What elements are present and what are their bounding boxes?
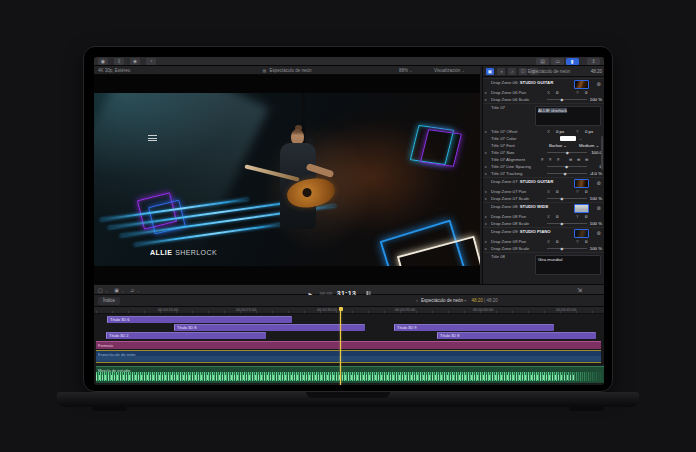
timeline-clip[interactable]: Título 3D 9 xyxy=(394,324,554,331)
slider-knob[interactable]: ◆ xyxy=(560,247,564,251)
font-family-menu[interactable]: Barlow ⌄ xyxy=(549,143,567,148)
disclosure-icon[interactable]: ▸ xyxy=(485,150,487,155)
disclosure-icon[interactable]: ▸ xyxy=(485,129,487,134)
disclosure-icon[interactable]: ▸ xyxy=(485,171,487,176)
slider-track[interactable]: ◆ xyxy=(547,173,587,174)
inspector-toggle-button[interactable]: ▮ xyxy=(566,58,579,65)
macbook-foot xyxy=(92,407,126,411)
disclosure-icon[interactable]: ▸ xyxy=(485,214,487,219)
clear-dropzone-icon[interactable]: ⊗ xyxy=(596,230,601,236)
distort-tool-button[interactable]: ▱ ⌄ xyxy=(130,287,139,294)
desktop-background: ◉⇩◈◔ ▤▭▮↥ 4K 30p, Estéreo ▦ Espectáculo … xyxy=(0,0,696,452)
viewer-canvas[interactable]: ALLIESHERLOCK xyxy=(94,75,480,284)
crop-tool-button[interactable]: ▣ ⌄ xyxy=(114,287,124,294)
y-value[interactable]: 0 xyxy=(585,90,587,95)
timeline-clip[interactable]: Título 3D 2 xyxy=(106,332,266,339)
slider-value[interactable]: 100 % xyxy=(590,97,602,102)
disclosure-icon[interactable]: ▸ xyxy=(485,90,487,95)
share-button[interactable]: ↥ xyxy=(587,58,600,65)
slider-knob[interactable]: ◆ xyxy=(560,197,564,201)
keyword-editor-icon[interactable]: ◈ xyxy=(130,58,140,65)
disclosure-icon[interactable]: ▸ xyxy=(485,189,487,194)
y-value[interactable]: 0 px xyxy=(585,129,593,134)
slider-knob[interactable]: ◆ xyxy=(565,165,569,169)
text-align-icon[interactable]: ≡ xyxy=(549,157,552,162)
slider-knob[interactable]: ◆ xyxy=(566,151,570,155)
slider-track[interactable]: ◆ xyxy=(547,223,587,224)
slider-value[interactable]: 100 % xyxy=(590,221,602,226)
viewer-zoom-menu[interactable]: 88% ⌄ xyxy=(399,66,413,75)
inspector-panel: ▣◑♪ⓘ↥ Espectáculo de neón 48:20 Drop Zon… xyxy=(482,66,604,284)
text-align-icon[interactable]: ≣ xyxy=(577,157,581,162)
clear-dropzone-icon[interactable]: ⊗ xyxy=(596,205,601,211)
info-inspector-tab[interactable]: ⓘ xyxy=(519,68,527,75)
media-import-icon[interactable]: ⇩ xyxy=(114,58,124,65)
x-value[interactable]: 0 xyxy=(556,189,558,194)
background-tasks-icon[interactable]: ◔ xyxy=(146,58,156,65)
parameter-label: Drop Zone 06 Scale xyxy=(491,97,529,102)
text-align-icon[interactable]: ≡ xyxy=(541,157,544,162)
slider-knob[interactable]: ◆ xyxy=(560,98,564,102)
slider-knob[interactable]: ◆ xyxy=(560,222,564,226)
color-inspector-tab[interactable]: ◑ xyxy=(497,68,505,75)
timeline-clip[interactable]: Título 3D 6 xyxy=(107,316,292,323)
neon-square-purple-right xyxy=(420,129,462,167)
slider-track[interactable]: ◆ xyxy=(547,99,587,100)
x-value[interactable]: 0 xyxy=(556,90,558,95)
track-primary-storyline[interactable]: Espectáculo de neón xyxy=(96,350,601,363)
ruler-timecode: 00:00:30:00 xyxy=(317,308,337,312)
slider-track[interactable]: ◆ xyxy=(547,198,587,199)
x-value[interactable]: 0 xyxy=(556,239,558,244)
audio-inspector-tab[interactable]: ♪ xyxy=(508,68,516,75)
color-swatch[interactable] xyxy=(560,136,576,141)
x-value[interactable]: 0 px xyxy=(556,129,564,134)
clear-dropzone-icon[interactable]: ⊗ xyxy=(596,81,601,87)
slider-knob[interactable]: ◆ xyxy=(563,172,567,176)
font-weight-menu[interactable]: Medium ⌄ xyxy=(579,143,599,148)
text-align-icon[interactable]: ≣ xyxy=(569,157,573,162)
track-formato[interactable]: Formato xyxy=(96,341,601,349)
index-button[interactable]: Índice xyxy=(98,297,120,305)
video-inspector-tab[interactable]: ▣ xyxy=(486,68,494,75)
viewer-display-menu[interactable]: Visualización ⌄ xyxy=(434,66,465,75)
x-value[interactable]: 0 xyxy=(556,214,558,219)
slider-track[interactable]: ◆ xyxy=(547,166,587,167)
transform-tool-button[interactable]: ▢ ⌄ xyxy=(98,287,108,294)
disclosure-icon[interactable]: ▸ xyxy=(485,196,487,201)
slider-track[interactable]: ◆ xyxy=(547,248,587,249)
dropzone-thumbnail[interactable] xyxy=(574,229,589,238)
parameter-label: Title 07 xyxy=(491,105,505,110)
text-align-icon[interactable]: ≡ xyxy=(557,157,560,162)
record-icon[interactable]: ◉ xyxy=(98,58,108,65)
y-value[interactable]: 0 xyxy=(585,189,587,194)
title-text-field[interactable]: ALLIE sherlock xyxy=(535,106,601,126)
timeline-toggle-button[interactable]: ▭ xyxy=(551,58,564,65)
timeline-clip[interactable]: Título 3D 8 xyxy=(174,324,365,331)
timeline-history-back[interactable]: ‹ xyxy=(416,298,418,303)
text-align-icon[interactable]: ≣ xyxy=(585,157,589,162)
disclosure-icon[interactable]: ▸ xyxy=(485,97,487,102)
y-value[interactable]: 0 xyxy=(585,239,587,244)
slider-value[interactable]: 100 % xyxy=(590,196,602,201)
dropzone-thumbnail[interactable] xyxy=(574,179,589,188)
timeline-clip[interactable]: Título 3D 8 xyxy=(437,332,596,339)
title-text-field[interactable]: Gira mundial xyxy=(535,255,601,275)
clear-dropzone-icon[interactable]: ⊗ xyxy=(596,180,601,186)
browser-toggle-button[interactable]: ▤ xyxy=(536,58,549,65)
disclosure-icon[interactable]: ▸ xyxy=(485,246,487,251)
slider-track[interactable]: ◆ xyxy=(547,152,587,153)
y-axis-label: Y xyxy=(576,214,579,219)
track-audio-mix[interactable]: Mezcla de estudio xyxy=(96,366,604,383)
disclosure-icon[interactable]: ▸ xyxy=(485,239,487,244)
inspector-scrollbar[interactable] xyxy=(601,136,603,170)
dropzone-thumbnail[interactable] xyxy=(574,80,589,89)
dropzone-thumbnail[interactable] xyxy=(574,204,589,213)
disclosure-icon[interactable]: ▸ xyxy=(485,164,487,169)
timeline-project-menu[interactable]: Espectáculo de neón ▾ xyxy=(421,298,466,303)
slider-value[interactable]: -4.0 % xyxy=(590,171,602,176)
slider-value[interactable]: 100 % xyxy=(590,246,602,251)
disclosure-icon[interactable]: ▸ xyxy=(485,221,487,226)
timeline-ruler[interactable]: 00:00:20:0000:00:25:0000:00:30:0000:00:3… xyxy=(94,307,604,314)
playhead[interactable] xyxy=(340,307,341,385)
y-value[interactable]: 0 xyxy=(585,214,587,219)
